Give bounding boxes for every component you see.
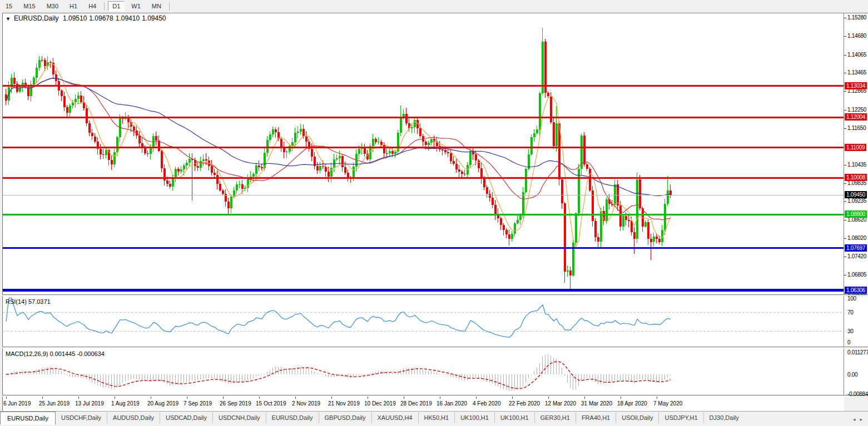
macd-label: MACD(12,26,9) 0.001445 -0.000634: [6, 350, 105, 357]
date-tick-mark: [259, 397, 260, 399]
date-tick-mark: [187, 397, 187, 399]
price-tick-mark: [844, 110, 846, 111]
price-level-badge: 1.10008: [845, 174, 867, 181]
date-axis[interactable]: 6 Jun 201925 Jun 201913 Jul 20191 Aug 20…: [3, 397, 844, 411]
price-tick-label: 1.09235: [847, 198, 866, 204]
current-price-badge: 1.09450: [845, 191, 867, 198]
candlestick-chart-canvas[interactable]: [3, 13, 844, 294]
date-label: 6 Jun 2019: [3, 400, 31, 407]
ohlc-open: 1.09510: [63, 14, 87, 22]
rsi-tick-label: 100: [847, 295, 856, 302]
tab-dj30-daily[interactable]: DJ30,Daily: [703, 412, 745, 423]
tab-scroll-left-icon[interactable]: ◂: [853, 417, 856, 422]
tab-gbpusd-daily[interactable]: GBPUSD,Daily: [319, 412, 371, 423]
rsi-label: RSI(14) 57.0371: [6, 298, 51, 305]
price-tick-mark: [844, 36, 846, 37]
price-tick-label: 1.14065: [847, 52, 866, 58]
rsi-indicator-canvas[interactable]: [3, 296, 844, 347]
chart-dropdown-icon[interactable]: ▼: [6, 16, 11, 22]
price-tick-mark: [844, 257, 846, 257]
price-tick-mark: [844, 275, 846, 275]
price-tick-label: 1.10435: [847, 162, 866, 168]
timeframe-button-h1[interactable]: H1: [65, 1, 82, 11]
pane-separator[interactable]: [2, 347, 868, 348]
price-tick-label: 1.06805: [847, 272, 866, 278]
date-label: 2 Nov 2019: [292, 400, 320, 407]
tab-fra40-h1[interactable]: FRA40,H1: [576, 412, 616, 423]
timeframe-button-15[interactable]: 15: [1, 1, 17, 11]
tab-usdchf-daily[interactable]: USDCHF,Daily: [56, 412, 107, 423]
price-tick-label: 1.12250: [847, 107, 866, 113]
tab-uk100-h1[interactable]: UK100,H1: [454, 412, 494, 423]
price-level-badge: 1.11009: [845, 144, 866, 151]
date-label: 28 Dec 2019: [400, 400, 432, 407]
date-label: 7 Sep 2019: [183, 400, 212, 407]
tab-eurusd-daily[interactable]: EURUSD,Daily: [266, 412, 319, 423]
chart-symbol-period: EURUSD,Daily: [14, 14, 59, 22]
date-tick-mark: [331, 397, 332, 399]
timeframe-button-w1[interactable]: W1: [127, 1, 145, 11]
price-tick-mark: [844, 220, 846, 220]
date-label: 7 May 2020: [653, 400, 682, 407]
price-tick-label: 1.08020: [847, 235, 866, 241]
tab-usdjpy-h1[interactable]: USDJPY,H1: [658, 412, 703, 423]
tab-eurusd-daily[interactable]: EURUSD,Daily: [0, 412, 56, 425]
price-tick-mark: [844, 18, 846, 18]
price-level-badge: 1.06306: [845, 287, 867, 294]
timeframe-button-h4[interactable]: H4: [84, 1, 101, 11]
price-level-badge: 1.07697: [845, 244, 867, 252]
tab-usoil-daily[interactable]: USOil,Daily: [616, 412, 658, 423]
timeframe-button-d1[interactable]: D1: [108, 1, 125, 11]
date-tick-mark: [368, 397, 368, 399]
date-tick-mark: [657, 397, 657, 399]
timeframe-button-m30[interactable]: M30: [42, 1, 63, 11]
price-tick-mark: [844, 73, 846, 73]
chart-title: ▼EURUSD,Daily 1.095101.096781.094101.094…: [6, 14, 168, 22]
toolbar-separator: [169, 2, 170, 11]
tab-usdcad-daily[interactable]: USDCAD,Daily: [160, 412, 212, 423]
price-tick-mark: [844, 201, 846, 202]
price-axis-border: [844, 13, 844, 396]
date-label: 31 Mar 2020: [581, 400, 612, 407]
pane-separator[interactable]: [2, 294, 868, 296]
date-label: 18 Apr 2020: [617, 400, 647, 407]
tab-usdcnh-daily[interactable]: USDCNH,Daily: [212, 412, 266, 423]
tab-uk100-h1[interactable]: UK100,H1: [494, 412, 534, 423]
mt4-terminal: 15M15M30H1H4D1W1MN ▼EURUSD,Daily 1.09510…: [0, 0, 868, 426]
price-tick-mark: [844, 55, 846, 56]
tab-audusd-daily[interactable]: AUDUSD,Daily: [107, 412, 160, 423]
date-label: 4 Feb 2020: [473, 400, 501, 407]
price-tick-mark: [844, 91, 846, 92]
tab-ger30-h1[interactable]: GER30,H1: [534, 412, 576, 423]
tab-hk50-h1[interactable]: HK50,H1: [418, 412, 455, 423]
price-level-badge: 1.12004: [845, 113, 867, 121]
price-tick-label: 1.11650: [847, 125, 866, 131]
macd-indicator-canvas[interactable]: [3, 348, 844, 396]
toolbar-separator: [104, 2, 105, 11]
price-tick-label: 1.07420: [847, 253, 866, 259]
timeframe-toolbar: 15M15M30H1H4D1W1MN: [0, 0, 868, 12]
price-tick-mark: [844, 128, 846, 129]
date-label: 25 Jun 2019: [39, 400, 70, 407]
date-tick-mark: [621, 397, 621, 399]
rsi-tick-label: 70: [847, 309, 854, 315]
date-label: 16 Jan 2020: [437, 400, 467, 407]
timeframe-button-m15[interactable]: M15: [19, 1, 39, 11]
price-level-badge: 1.13034: [845, 82, 867, 89]
price-tick-label: 1.15280: [847, 14, 866, 21]
date-tick-mark: [476, 397, 477, 399]
date-label: 22 Feb 2020: [509, 400, 540, 407]
ohlc-high: 1.09678: [89, 14, 113, 22]
price-tick-label: 1.14680: [847, 33, 866, 39]
tab-scroll-controls: ◂▸: [853, 412, 868, 426]
tab-xauusd-h4[interactable]: XAUUSD,H4: [371, 412, 418, 423]
tab-scroll-right-icon[interactable]: ▸: [860, 417, 862, 422]
ohlc-close: 1.09450: [142, 14, 166, 22]
date-tick-mark: [223, 397, 224, 399]
date-tick-mark: [78, 397, 79, 399]
date-label: 20 Aug 2019: [147, 400, 178, 407]
timeframe-button-mn[interactable]: MN: [147, 1, 166, 11]
date-tick-mark: [6, 397, 7, 399]
date-label: 1 Aug 2019: [111, 400, 140, 407]
date-label: 13 Jul 2019: [75, 400, 104, 407]
